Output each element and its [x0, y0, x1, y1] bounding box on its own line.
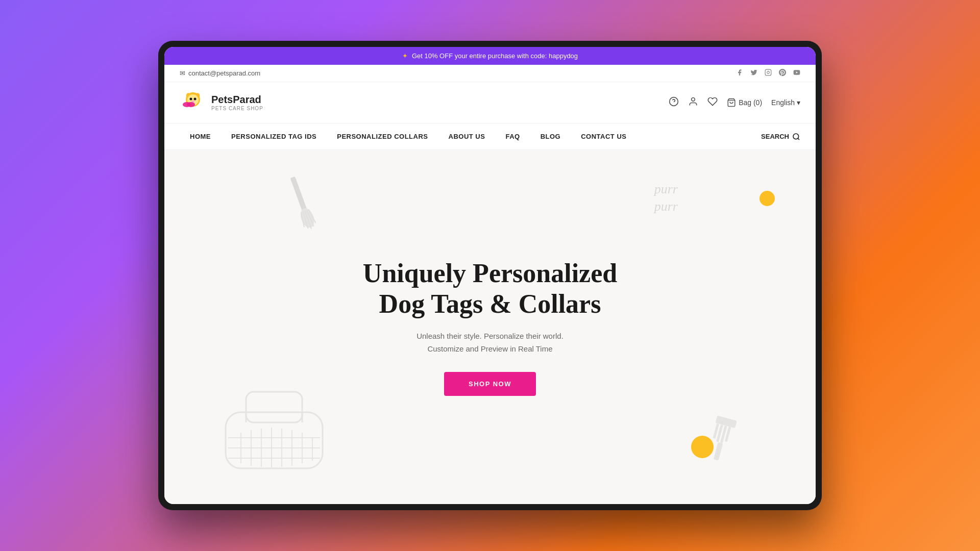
- announcement-text: Get 10% OFF your entire purchase with co…: [412, 52, 578, 60]
- svg-point-17: [793, 134, 799, 139]
- decorative-brush-icon: [278, 172, 326, 235]
- nav-about[interactable]: ABOUT US: [438, 123, 496, 149]
- instagram-icon[interactable]: [765, 69, 772, 78]
- email-info: ✉ contact@petsparad.com: [180, 69, 260, 77]
- email-address[interactable]: contact@petsparad.com: [188, 69, 260, 77]
- nav-home[interactable]: HOME: [180, 123, 221, 149]
- hero-title-line2: Dog Tags & Collars: [379, 289, 601, 318]
- shop-now-button[interactable]: SHOP NOW: [444, 372, 536, 396]
- svg-rect-46: [714, 442, 723, 461]
- svg-point-8: [194, 98, 197, 101]
- logo[interactable]: PetsParad PETS CARE SHOP: [180, 89, 263, 116]
- hero-title: Uniquely Personalized Dog Tags & Collars: [363, 258, 617, 319]
- browser-window: ✦ Get 10% OFF your entire purchase with …: [164, 47, 816, 504]
- bag-button[interactable]: Bag (0): [727, 98, 762, 107]
- language-label: English: [771, 98, 795, 107]
- hero-content: Uniquely Personalized Dog Tags & Collars…: [363, 258, 617, 396]
- nav-faq[interactable]: FAQ: [495, 123, 530, 149]
- header-actions: Bag (0) English ▾: [669, 96, 800, 109]
- decorative-purr-text: purr purr: [654, 181, 678, 215]
- youtube-icon[interactable]: [793, 69, 800, 78]
- nav-tag-ids[interactable]: PERSONALIZED TAG IDS: [221, 123, 327, 149]
- social-links: [736, 69, 800, 78]
- logo-tagline: PETS CARE SHOP: [211, 106, 263, 111]
- logo-text: PetsParad PETS CARE SHOP: [211, 94, 263, 111]
- email-icon: ✉: [180, 69, 185, 77]
- decorative-dot-top: [760, 191, 775, 206]
- device-frame: ✦ Get 10% OFF your entire purchase with …: [158, 41, 822, 510]
- nav-blog[interactable]: BLOG: [530, 123, 571, 149]
- nav-links: HOME PERSONALIZED TAG IDS PERSONALIZED C…: [180, 123, 636, 149]
- svg-point-15: [692, 97, 695, 101]
- nav-bar: HOME PERSONALIZED TAG IDS PERSONALIZED C…: [164, 123, 816, 150]
- svg-rect-19: [290, 177, 307, 212]
- facebook-icon[interactable]: [736, 69, 743, 78]
- hero-subtitle: Unleash their style. Personalize their w…: [363, 330, 617, 356]
- decorative-dot-bottom: [691, 436, 714, 458]
- help-icon[interactable]: [669, 96, 679, 109]
- svg-point-12: [187, 103, 190, 106]
- svg-rect-26: [226, 412, 323, 468]
- twitter-icon[interactable]: [750, 69, 757, 78]
- hero-subtitle-line1: Unleash their style. Personalize their w…: [416, 332, 564, 340]
- svg-rect-27: [246, 392, 302, 422]
- hero-section: purr purr Uniquely Personalized Dog Tags…: [164, 150, 816, 504]
- decorative-carrier-icon: [215, 382, 333, 473]
- logo-icon: [180, 89, 206, 116]
- site-header: PetsParad PETS CARE SHOP Bag (0): [164, 82, 816, 123]
- announcement-star: ✦: [402, 52, 408, 60]
- wishlist-icon[interactable]: [707, 96, 718, 109]
- svg-point-7: [190, 98, 192, 101]
- nav-contact[interactable]: CONTACT US: [571, 123, 636, 149]
- hero-subtitle-line2: Customize and Preview in Real Time: [427, 344, 552, 353]
- info-bar: ✉ contact@petsparad.com: [164, 65, 816, 82]
- pinterest-icon[interactable]: [779, 69, 786, 78]
- search-button[interactable]: SEARCH: [761, 133, 800, 141]
- bag-label: Bag (0): [739, 98, 762, 107]
- search-label: SEARCH: [761, 133, 789, 140]
- language-selector[interactable]: English ▾: [771, 98, 800, 107]
- chevron-down-icon: ▾: [797, 98, 800, 107]
- announcement-bar: ✦ Get 10% OFF your entire purchase with …: [164, 47, 816, 65]
- hero-title-line1: Uniquely Personalized: [363, 259, 617, 288]
- account-icon[interactable]: [688, 96, 698, 109]
- svg-line-18: [798, 138, 799, 140]
- svg-rect-0: [765, 69, 771, 76]
- nav-collars[interactable]: PERSONALIZED COLLARS: [327, 123, 438, 149]
- logo-brand-name: PetsParad: [211, 94, 263, 106]
